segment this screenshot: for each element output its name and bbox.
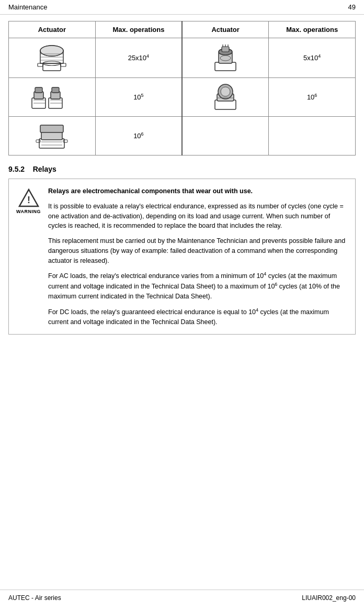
page-footer: AUTEC - Air series LIUAIR002_eng-00 [0, 590, 364, 606]
actuator-svg-3 [207, 41, 244, 73]
actuator-img-5 [9, 117, 96, 155]
actuator-img-1 [9, 38, 96, 78]
table-row: 105 [9, 78, 356, 117]
section-heading: 9.5.2 Relays [8, 165, 356, 173]
warning-para-4: For AC loads, the relay's electrical end… [48, 271, 348, 302]
section-title: Relays [33, 165, 56, 173]
warning-triangle-icon: ! [18, 188, 39, 207]
svg-rect-8 [38, 63, 43, 66]
warning-content: Relays are electromechanical components … [48, 186, 348, 327]
warning-para-5: For DC loads, the relay's guaranteed ele… [48, 307, 348, 327]
ops-value-3: 5x104 [269, 38, 356, 78]
table-row: 25x104 [9, 38, 356, 78]
actuator-empty [182, 117, 269, 155]
ops-value-1: 25x104 [95, 38, 182, 78]
header-right: 49 [348, 3, 356, 11]
warning-label: WARNING [16, 209, 41, 214]
svg-rect-14 [222, 47, 229, 52]
footer-left: AUTEC - Air series [8, 594, 61, 602]
actuator-svg-1 [33, 41, 70, 73]
svg-rect-35 [40, 125, 63, 132]
ops-empty [269, 117, 356, 155]
col-header-actuator-2: Actuator [182, 21, 269, 38]
ops-value-5: 106 [95, 117, 182, 155]
svg-rect-0 [43, 63, 61, 71]
svg-rect-38 [36, 140, 40, 142]
ops-value-4: 106 [269, 78, 356, 117]
actuator-img-4 [182, 78, 269, 117]
actuator-svg-5 [34, 120, 70, 150]
footer-right: LIUAIR002_eng-00 [302, 594, 356, 602]
svg-text:!: ! [27, 195, 30, 205]
actuator-img-3 [182, 38, 269, 78]
col-header-actuator-1: Actuator [9, 21, 96, 38]
ops-value-2: 105 [95, 78, 182, 117]
actuator-svg-4 [210, 81, 241, 112]
svg-rect-9 [61, 63, 66, 66]
page-header: Maintenance 49 [0, 0, 364, 15]
warning-para-3: This replacement must be carried out by … [48, 236, 348, 265]
warning-para-1: Relays are electromechanical components … [48, 186, 348, 196]
svg-rect-25 [52, 87, 59, 93]
actuator-svg-2 [31, 81, 73, 112]
svg-rect-20 [35, 87, 42, 93]
operations-table: Actuator Max. operations Actuator Max. o… [8, 21, 356, 155]
col-header-ops-1: Max. operations [95, 21, 182, 38]
svg-point-31 [221, 87, 230, 96]
section-number: 9.5.2 [8, 165, 25, 173]
col-header-ops-2: Max. operations [269, 21, 356, 38]
table-row: 106 [9, 117, 356, 155]
warning-box: ! WARNING Relays are electromechanical c… [8, 179, 356, 335]
actuator-img-2 [9, 78, 96, 117]
svg-point-4 [40, 46, 63, 56]
svg-rect-39 [63, 140, 67, 142]
warning-para-2: It is possible to evaluate a relay's ele… [48, 202, 348, 231]
header-left: Maintenance [8, 3, 47, 11]
warning-icon-container: ! WARNING [16, 188, 41, 214]
